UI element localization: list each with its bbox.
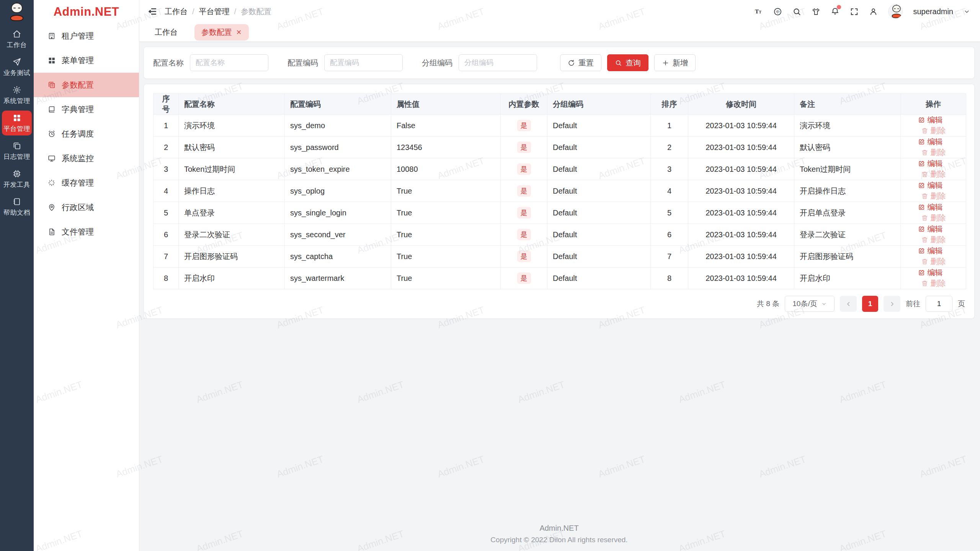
next-page-button[interactable] — [884, 296, 900, 312]
delete-button[interactable]: 删除 — [921, 278, 946, 289]
edit-button[interactable]: 编辑 — [918, 115, 943, 125]
edit-button[interactable]: 编辑 — [918, 224, 943, 234]
builtin-badge: 是 — [517, 229, 531, 240]
theme-icon[interactable] — [812, 7, 820, 16]
edit-icon — [918, 225, 925, 233]
font-size-icon[interactable]: TT — [754, 7, 763, 16]
delete-button[interactable]: 删除 — [921, 256, 946, 267]
chip-icon — [12, 169, 21, 178]
rail-item-0[interactable]: 工作台 — [2, 27, 32, 52]
rail-item-2[interactable]: 系统管理 — [2, 83, 32, 108]
cell-code: sys_wartermark — [285, 267, 391, 289]
rail-item-5[interactable]: 开发工具 — [2, 166, 32, 191]
cell-value: 10080 — [391, 158, 501, 180]
edit-button[interactable]: 编辑 — [918, 180, 943, 191]
breadcrumb-item-0[interactable]: 工作台 — [165, 7, 188, 17]
edit-button[interactable]: 编辑 — [918, 267, 943, 278]
edit-label: 编辑 — [928, 115, 943, 125]
avatar[interactable] — [888, 4, 903, 19]
query-button[interactable]: 查询 — [607, 54, 648, 71]
cell-operations: 编辑删除 — [901, 267, 966, 289]
rail-item-1[interactable]: 业务测试 — [2, 55, 32, 80]
collapse-sidebar-icon[interactable] — [148, 7, 157, 16]
page-size-select[interactable]: 10条/页 — [785, 296, 835, 312]
language-icon[interactable]: 中 — [773, 7, 782, 16]
delete-button[interactable]: 删除 — [921, 126, 946, 136]
sidebar-item-1[interactable]: 菜单管理 — [34, 48, 139, 73]
add-button[interactable]: 新增 — [654, 54, 696, 71]
sidebar-item-7[interactable]: 行政区域 — [34, 195, 139, 220]
rail-item-label: 帮助文档 — [3, 208, 30, 217]
user-icon[interactable] — [869, 7, 878, 16]
edit-button[interactable]: 编辑 — [918, 202, 943, 212]
delete-label: 删除 — [931, 191, 946, 201]
svg-text:T: T — [759, 10, 762, 14]
column-header-6: 排序 — [651, 94, 688, 115]
edit-button[interactable]: 编辑 — [918, 158, 943, 169]
cell-group: Default — [547, 246, 651, 267]
config-code-input[interactable] — [324, 54, 403, 71]
chevron-down-icon[interactable] — [964, 8, 970, 15]
page-unit-label: 页 — [958, 299, 965, 309]
column-header-1: 配置名称 — [179, 94, 285, 115]
table-card: 序号配置名称配置编码属性值内置参数分组编码排序修改时间备注操作 1演示环境sys… — [144, 84, 975, 319]
table-row: 2默认密码sys_password123456是Default22023-01-… — [154, 137, 966, 158]
cell-time: 2023-01-03 10:59:44 — [688, 115, 794, 137]
rail-item-label: 平台管理 — [3, 124, 30, 133]
close-icon[interactable] — [236, 29, 242, 35]
group-code-input[interactable] — [459, 54, 537, 71]
delete-button[interactable]: 删除 — [921, 147, 946, 158]
sidebar-item-5[interactable]: 系统监控 — [34, 146, 139, 171]
page-number-active[interactable]: 1 — [862, 296, 878, 312]
cell-time: 2023-01-03 10:59:44 — [688, 202, 794, 224]
cell-sort: 3 — [651, 158, 688, 180]
sidebar-item-0[interactable]: 租户管理 — [34, 24, 139, 48]
username[interactable]: superadmin — [913, 7, 953, 16]
cell-sort: 6 — [651, 224, 688, 246]
delete-button[interactable]: 删除 — [921, 235, 946, 245]
breadcrumb-item-1[interactable]: 平台管理 — [199, 7, 230, 17]
tab-0[interactable]: 工作台 — [155, 27, 178, 37]
trash-icon — [921, 214, 928, 222]
sidebar-item-label: 行政区域 — [62, 202, 94, 213]
search-icon — [615, 59, 622, 67]
chevron-right-icon — [889, 301, 895, 307]
builtin-badge: 是 — [517, 185, 531, 197]
rail-menu: 工作台业务测试系统管理平台管理日志管理开发工具帮助文档 — [0, 24, 34, 222]
sidebar-item-4[interactable]: 任务调度 — [34, 122, 139, 146]
search-icon[interactable] — [792, 7, 801, 16]
total-count: 共 8 条 — [757, 299, 779, 309]
column-header-0: 序号 — [154, 94, 179, 115]
builtin-badge: 是 — [517, 142, 531, 153]
delete-button[interactable]: 删除 — [921, 213, 946, 223]
file-icon — [47, 228, 56, 236]
config-name-input[interactable] — [190, 54, 268, 71]
rail-item-4[interactable]: 日志管理 — [2, 139, 32, 163]
edit-button[interactable]: 编辑 — [918, 246, 943, 256]
rail-item-6[interactable]: 帮助文档 — [2, 194, 32, 219]
fullscreen-icon[interactable] — [850, 7, 859, 16]
trash-icon — [921, 236, 928, 243]
sidebar-item-label: 任务调度 — [62, 129, 94, 139]
sidebar-item-2[interactable]: 参数配置 — [34, 73, 139, 97]
builtin-badge: 是 — [517, 163, 531, 175]
reset-button[interactable]: 重置 — [560, 54, 601, 71]
sidebar-item-8[interactable]: 文件管理 — [34, 220, 139, 244]
cell-remark: 默认密码 — [794, 137, 901, 158]
cell-code: sys_password — [285, 137, 391, 158]
edit-label: 编辑 — [928, 267, 943, 278]
trash-icon — [921, 258, 928, 265]
tab-1[interactable]: 参数配置 — [194, 24, 249, 41]
config-table: 序号配置名称配置编码属性值内置参数分组编码排序修改时间备注操作 1演示环境sys… — [153, 93, 966, 289]
rail-item-3[interactable]: 平台管理 — [2, 111, 32, 135]
delete-button[interactable]: 删除 — [921, 169, 946, 179]
cell-remark: 开启单点登录 — [794, 202, 901, 224]
chevron-down-icon — [821, 301, 827, 307]
sidebar-item-3[interactable]: 字典管理 — [34, 97, 139, 122]
sidebar-item-6[interactable]: 缓存管理 — [34, 171, 139, 195]
sidebar-item-label: 参数配置 — [62, 80, 94, 90]
edit-button[interactable]: 编辑 — [918, 137, 943, 147]
goto-page-input[interactable] — [926, 296, 952, 312]
delete-button[interactable]: 删除 — [921, 191, 946, 201]
prev-page-button[interactable] — [840, 296, 857, 312]
